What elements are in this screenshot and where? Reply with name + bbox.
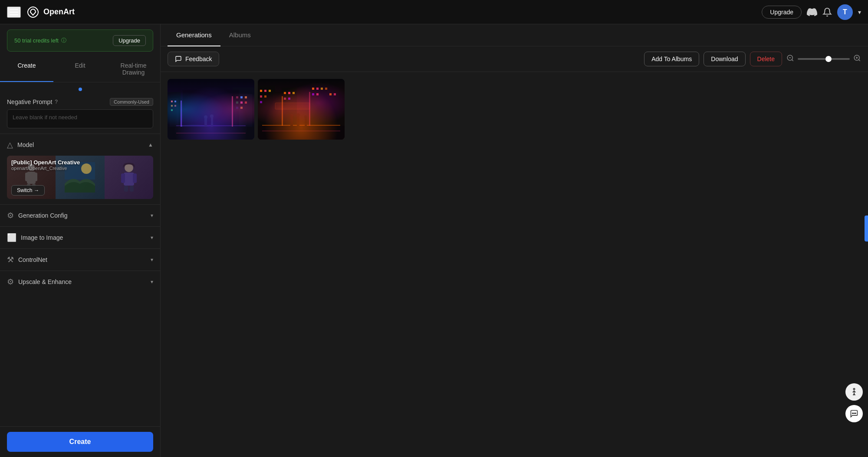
logo-icon	[26, 5, 40, 19]
image-to-image-chevron: ▾	[151, 235, 153, 241]
generation-config-section-header[interactable]: ⚙ Generation Config ▾	[0, 204, 160, 226]
bell-icon	[822, 7, 832, 17]
commonly-used-badge: Commonly-Used	[110, 98, 153, 106]
svg-point-86	[853, 388, 855, 390]
profile-chevron-button[interactable]: ▾	[858, 9, 861, 16]
zoom-slider[interactable]	[798, 58, 850, 60]
side-widgets	[845, 383, 863, 422]
chat-support-button[interactable]	[845, 405, 863, 422]
image-to-image-section-header[interactable]: ⬜ Image to Image ▾	[0, 226, 160, 248]
gallery	[161, 72, 868, 457]
content-tab-albums[interactable]: Albums	[220, 24, 260, 46]
zoom-container	[786, 54, 861, 64]
controlnet-left: ⚒ ControlNet	[7, 255, 47, 264]
chat-widget-button[interactable]	[845, 383, 863, 401]
controlnet-icon: ⚒	[7, 255, 14, 264]
model-section-chevron: ▲	[148, 142, 153, 148]
upscale-section-header[interactable]: ⚙ Upscale & Enhance ▾	[0, 271, 160, 293]
upscale-left: ⚙ Upscale & Enhance	[7, 277, 72, 287]
discord-icon	[807, 7, 817, 17]
upscale-chevron: ▾	[151, 279, 153, 285]
feedback-label: Feedback	[185, 55, 212, 62]
controlnet-label: ControlNet	[18, 256, 47, 263]
topnav-left: OpenArt	[7, 5, 75, 19]
toolbar: Feedback Add To Albums Download Delete	[161, 46, 868, 72]
model-card[interactable]: [Public] OpenArt Creative openart/OpenAr…	[7, 156, 153, 199]
download-button[interactable]: Download	[704, 52, 745, 66]
negative-prompt-label-row: Negative Prompt ? Commonly-Used	[7, 98, 153, 106]
add-to-albums-button[interactable]: Add To Albums	[644, 52, 699, 66]
feedback-button[interactable]: Feedback	[168, 52, 219, 66]
right-edge-tab[interactable]	[865, 215, 868, 242]
image-to-image-left: ⬜ Image to Image	[7, 233, 63, 242]
model-info: [Public] OpenArt Creative openart/OpenAr…	[7, 156, 153, 174]
controlnet-chevron: ▾	[151, 257, 153, 263]
sidebar-tabs: Create Edit Real-time Drawing	[0, 57, 160, 82]
model-name: [Public] OpenArt Creative	[11, 159, 149, 166]
negative-prompt-section: Negative Prompt ? Commonly-Used	[0, 95, 160, 134]
image-to-image-label: Image to Image	[21, 234, 63, 241]
model-section-header[interactable]: △ Model ▲	[0, 134, 160, 156]
credits-bar: 50 trial credits left ⓘ Upgrade	[7, 29, 153, 52]
credits-info-icon[interactable]: ⓘ	[61, 37, 66, 44]
topnav: OpenArt Upgrade T ▾	[0, 0, 868, 24]
discord-icon-button[interactable]	[807, 7, 817, 17]
content-area: Generations Albums Feedback Add To Album…	[161, 24, 868, 457]
topnav-right: Upgrade T ▾	[762, 4, 861, 20]
svg-rect-9	[124, 173, 134, 186]
model-section-left: △ Model	[7, 140, 34, 150]
negative-prompt-help-icon[interactable]: ?	[55, 99, 58, 105]
model-section-label: Model	[17, 141, 34, 148]
model-switch-button[interactable]: Switch →	[11, 185, 45, 196]
gallery-item[interactable]	[258, 79, 345, 140]
create-btn-container: Create	[0, 426, 160, 457]
zoom-in-button[interactable]	[853, 54, 861, 64]
sidebar: 50 trial credits left ⓘ Upgrade Create E…	[0, 24, 161, 457]
chat-bubble-icon	[850, 409, 858, 418]
negative-prompt-label: Negative Prompt	[7, 98, 52, 105]
prompt-area	[0, 84, 160, 95]
image-to-image-icon: ⬜	[7, 233, 16, 242]
svg-rect-11	[133, 173, 137, 183]
controlnet-section-header[interactable]: ⚒ ControlNet ▾	[0, 248, 160, 271]
scroll-indicator	[7, 88, 153, 91]
credits-label: 50 trial credits left	[14, 37, 59, 44]
content-tab-generations[interactable]: Generations	[168, 24, 220, 46]
content-tabs: Generations Albums	[161, 24, 868, 46]
upgrade-button[interactable]: Upgrade	[762, 6, 802, 19]
svg-point-89	[855, 413, 856, 414]
upscale-label: Upscale & Enhance	[18, 278, 72, 285]
generation-config-left: ⚙ Generation Config	[7, 211, 68, 220]
create-button[interactable]: Create	[7, 432, 153, 452]
search-minus-icon	[786, 54, 794, 62]
main-layout: 50 trial credits left ⓘ Upgrade Create E…	[0, 24, 868, 457]
svg-point-87	[854, 413, 855, 414]
upscale-icon: ⚙	[7, 277, 14, 287]
credits-text: 50 trial credits left ⓘ	[14, 37, 66, 44]
sidebar-tab-edit[interactable]: Edit	[53, 57, 107, 82]
credits-upgrade-button[interactable]: Upgrade	[113, 35, 146, 46]
avatar[interactable]: T	[837, 4, 853, 20]
model-sub: openart/OpenArt_Creative	[11, 166, 149, 171]
toolbar-right: Add To Albums Download Delete	[644, 52, 861, 66]
sidebar-tab-realtime[interactable]: Real-time Drawing	[107, 57, 160, 82]
switch-label: Switch	[17, 187, 32, 193]
svg-rect-12	[124, 186, 128, 192]
generation-config-label: Generation Config	[18, 212, 68, 219]
model-section: [Public] OpenArt Creative openart/OpenAr…	[0, 156, 160, 204]
delete-button[interactable]: Delete	[750, 52, 782, 66]
notification-bell-button[interactable]	[822, 7, 832, 17]
logo[interactable]: OpenArt	[26, 5, 75, 19]
sidebar-tab-create[interactable]: Create	[0, 57, 53, 82]
hamburger-menu-button[interactable]	[7, 7, 21, 18]
gallery-item[interactable]	[168, 79, 254, 140]
svg-point-88	[852, 413, 853, 414]
svg-rect-13	[130, 186, 134, 192]
zoom-out-button[interactable]	[786, 54, 794, 64]
chat-icon	[175, 55, 182, 62]
negative-prompt-input[interactable]	[7, 109, 153, 128]
accessibility-icon	[850, 388, 858, 396]
scroll-dot	[79, 88, 82, 91]
switch-arrow-icon: →	[34, 187, 39, 193]
svg-rect-10	[121, 173, 125, 183]
